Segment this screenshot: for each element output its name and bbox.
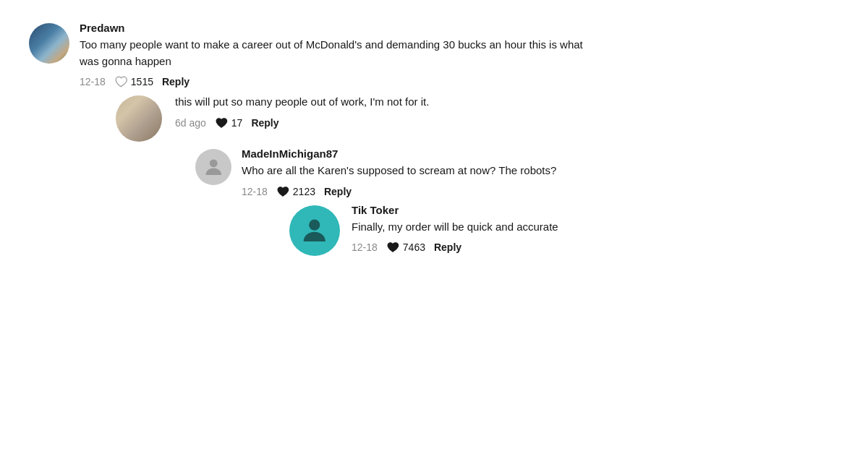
like-button-predawn[interactable]: 1515 xyxy=(114,75,153,88)
heart-icon-michigan xyxy=(276,185,289,198)
comment-text-anon: this will put so many people out of work… xyxy=(175,94,681,111)
reply-button-anon[interactable]: Reply xyxy=(251,117,278,129)
reply-button-predawn[interactable]: Reply xyxy=(162,76,190,87)
date-tiktoker: 12-18 xyxy=(352,241,378,253)
comment-michigan: MadeInMichigan87 Who are all the Karen's… xyxy=(195,147,839,198)
comment-meta-predawn: 12-18 1515 Reply xyxy=(80,75,839,88)
reply-button-tiktoker[interactable]: Reply xyxy=(434,241,461,253)
comment-anon: this will put so many people out of work… xyxy=(116,94,839,142)
comment-meta-michigan: 12-18 2123 Reply xyxy=(242,185,839,198)
comment-body-tiktoker: Tik Toker Finally, my order will be quic… xyxy=(352,204,839,254)
username-predawn: Predawn xyxy=(80,22,839,34)
date-anon: 6d ago xyxy=(175,117,206,129)
like-button-michigan[interactable]: 2123 xyxy=(276,185,315,198)
comment-body-predawn: Predawn Too many people want to make a c… xyxy=(80,22,839,88)
like-count-predawn: 1515 xyxy=(131,76,153,87)
like-count-anon: 17 xyxy=(231,117,243,129)
username-michigan: MadeInMichigan87 xyxy=(242,147,839,160)
heart-icon-anon xyxy=(215,116,228,129)
comment-predawn: Predawn Too many people want to make a c… xyxy=(29,22,839,88)
svg-point-1 xyxy=(309,219,320,230)
date-michigan: 12-18 xyxy=(242,186,268,197)
username-tiktoker: Tik Toker xyxy=(352,204,839,216)
avatar-anon xyxy=(116,95,162,142)
comment-text-predawn: Too many people want to make a career ou… xyxy=(80,37,586,69)
comment-tiktoker: Tik Toker Finally, my order will be quic… xyxy=(289,204,839,256)
comment-body-anon: this will put so many people out of work… xyxy=(175,94,839,129)
comment-meta-anon: 6d ago 17 Reply xyxy=(175,116,839,129)
like-button-anon[interactable]: 17 xyxy=(215,116,243,129)
person-icon-tiktoker xyxy=(298,214,331,247)
heart-icon-tiktoker xyxy=(386,241,399,254)
comment-text-michigan: Who are all the Karen's supposed to scre… xyxy=(242,163,748,179)
svg-point-0 xyxy=(210,159,218,167)
avatar-tiktoker xyxy=(289,205,340,256)
like-count-tiktoker: 7463 xyxy=(403,241,425,253)
avatar-michigan xyxy=(195,149,231,185)
person-icon-michigan xyxy=(202,155,226,179)
comment-body-michigan: MadeInMichigan87 Who are all the Karen's… xyxy=(242,147,839,198)
comment-meta-tiktoker: 12-18 7463 Reply xyxy=(352,241,839,254)
comment-text-tiktoker: Finally, my order will be quick and accu… xyxy=(352,219,839,236)
reply-button-michigan[interactable]: Reply xyxy=(324,186,352,197)
heart-icon-predawn xyxy=(114,75,127,88)
like-button-tiktoker[interactable]: 7463 xyxy=(386,241,425,254)
like-count-michigan: 2123 xyxy=(293,186,315,197)
avatar-predawn xyxy=(29,23,69,64)
date-predawn: 12-18 xyxy=(80,76,106,87)
